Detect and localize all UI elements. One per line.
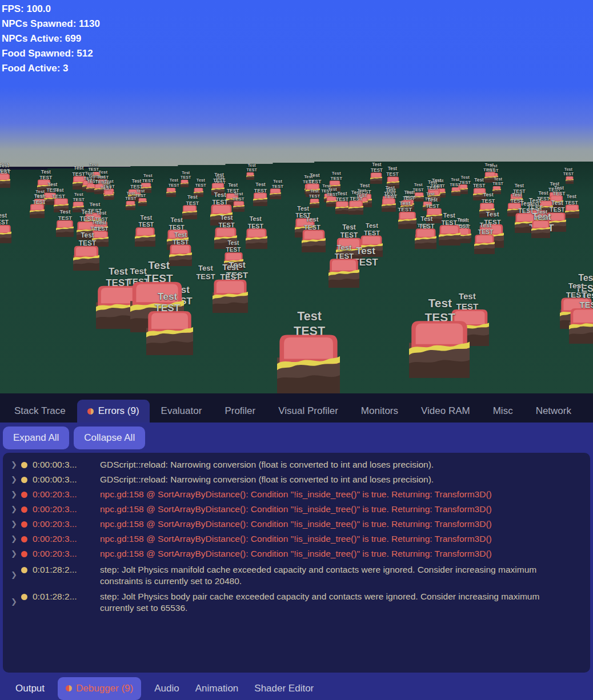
npc-burger-sprite bbox=[213, 277, 248, 313]
tab-errors-9[interactable]: Errors (9) bbox=[77, 400, 150, 423]
npc-burger-sprite bbox=[531, 219, 550, 238]
error-row[interactable]: ❯0:00:20:3...npc.gd:158 @ SortArrayByDis… bbox=[3, 546, 590, 561]
npc-burger-sprite bbox=[166, 187, 176, 197]
npc-burger-sprite bbox=[398, 211, 416, 229]
npc: TestTEST bbox=[565, 204, 579, 218]
tab-evaluator[interactable]: Evaluator bbox=[150, 400, 214, 423]
npc-burger-sprite bbox=[451, 187, 460, 196]
error-row[interactable]: ❯0:00:20:3...npc.gd:158 @ SortArrayByDis… bbox=[3, 532, 590, 546]
tab-label: Visual Profiler bbox=[278, 405, 338, 417]
npc-burger-sprite bbox=[270, 188, 281, 199]
tab-label: Evaluator bbox=[161, 405, 202, 417]
error-message-line: step: Jolt Physics manifold cache exceed… bbox=[100, 564, 590, 576]
npc: TestTEST bbox=[370, 172, 382, 184]
error-timestamp: 0:00:00:3... bbox=[33, 472, 92, 487]
tab-network[interactable]: Network bbox=[524, 400, 583, 423]
npc: TestTEST bbox=[138, 198, 147, 206]
expand-all-button[interactable]: Expand All bbox=[3, 427, 69, 449]
error-warning-dot-icon bbox=[66, 685, 72, 691]
error-row[interactable]: ❯0:01:28:2...step: Jolt Physics manifold… bbox=[3, 561, 590, 588]
hud-stat-line: Food Active: 3 bbox=[2, 61, 100, 76]
error-row[interactable]: ❯0:01:28:2...step: Jolt Physics body pai… bbox=[3, 588, 590, 615]
error-row[interactable]: ❯0:00:00:3...GDScript::reload: Narrowing… bbox=[3, 457, 590, 472]
npc-burger-sprite bbox=[73, 244, 99, 271]
error-timestamp: 0:00:20:3... bbox=[33, 517, 92, 532]
expand-chevron-icon[interactable]: ❯ bbox=[11, 517, 19, 532]
npc-burger-sprite bbox=[382, 198, 396, 212]
collapse-all-button[interactable]: Collapse All bbox=[74, 427, 145, 449]
npc: TestTEST bbox=[56, 219, 74, 237]
npc: TestTEST bbox=[398, 211, 416, 229]
error-message: npc.gd:158 @ SortArrayByDistance(): Cond… bbox=[100, 502, 590, 517]
npc-burger-sprite bbox=[138, 198, 147, 206]
tab-label: Stack Trace bbox=[14, 405, 66, 417]
bottom-bar-item-shader-editor[interactable]: Shader Editor bbox=[246, 677, 322, 700]
error-message: npc.gd:158 @ SortArrayByDistance(): Cond… bbox=[100, 487, 590, 502]
bottom-bar-item-label: Output bbox=[15, 683, 45, 694]
error-row[interactable]: ❯0:00:00:3...GDScript::reload: Narrowing… bbox=[3, 472, 590, 487]
npc: TestTEST bbox=[348, 200, 363, 215]
tab-profiler[interactable]: Profiler bbox=[213, 400, 267, 423]
error-row[interactable]: ❯0:00:20:3...npc.gd:158 @ SortArrayByDis… bbox=[3, 502, 590, 517]
tab-label: Profiler bbox=[225, 405, 255, 417]
error-timestamp: 0:00:00:3... bbox=[33, 457, 92, 472]
expand-chevron-icon[interactable]: ❯ bbox=[11, 487, 19, 502]
npc: TestTEST bbox=[213, 277, 248, 313]
npc: TestTEST bbox=[146, 308, 193, 355]
error-timestamp: 0:00:20:3... bbox=[33, 532, 92, 546]
tab-monitors[interactable]: Monitors bbox=[350, 400, 410, 423]
error-row[interactable]: ❯0:00:20:3...npc.gd:158 @ SortArrayByDis… bbox=[3, 487, 590, 502]
error-message-line: currently set to 65536. bbox=[100, 602, 590, 614]
expand-chevron-icon[interactable]: ❯ bbox=[11, 532, 19, 546]
tab-label: Video RAM bbox=[421, 405, 470, 417]
bottom-bar-item-audio[interactable]: Audio bbox=[146, 677, 187, 700]
npc-burger-sprite bbox=[126, 200, 135, 210]
editor-bottom-bar: OutputDebugger (9)AudioAnimationShader E… bbox=[0, 677, 593, 700]
npc-burger-sprite bbox=[0, 224, 11, 243]
tab-stack-trace[interactable]: Stack Trace bbox=[3, 400, 77, 423]
bottom-bar-item-label: Audio bbox=[154, 683, 179, 694]
tab-video-ram[interactable]: Video RAM bbox=[410, 400, 482, 423]
npc-burger-sprite bbox=[0, 173, 10, 188]
game-viewport[interactable]: TestTESTTestTESTTestTESTTestTESTTestTEST… bbox=[0, 0, 593, 393]
npc-burger-sprite bbox=[246, 227, 267, 249]
error-message: GDScript::reload: Narrowing conversion (… bbox=[100, 457, 590, 472]
expand-chevron-icon[interactable]: ❯ bbox=[11, 472, 19, 487]
npc: TestTEST bbox=[73, 244, 99, 271]
npc: TestTEST bbox=[415, 227, 436, 249]
tab-label: Errors (9) bbox=[98, 405, 139, 417]
npc: TestTEST bbox=[104, 190, 114, 200]
npc: TestTEST bbox=[0, 173, 10, 188]
error-message-line: constraints is currently set to 20480. bbox=[100, 576, 590, 587]
error-message: npc.gd:158 @ SortArrayByDistance(): Cond… bbox=[100, 517, 590, 532]
npc-burger-sprite bbox=[335, 200, 349, 214]
error-row[interactable]: ❯0:00:20:3...npc.gd:158 @ SortArrayByDis… bbox=[3, 517, 590, 532]
bottom-bar-item-animation[interactable]: Animation bbox=[187, 677, 247, 700]
tab-misc[interactable]: Misc bbox=[482, 400, 524, 423]
tab-visual-profiler[interactable]: Visual Profiler bbox=[267, 400, 350, 423]
error-message-line: GDScript::reload: Narrowing conversion (… bbox=[100, 457, 590, 472]
npc-burger-sprite bbox=[565, 204, 579, 218]
error-timestamp: 0:00:20:3... bbox=[33, 546, 92, 561]
errors-toolbar: Expand All Collapse All bbox=[0, 423, 593, 453]
npc-burger-sprite bbox=[104, 190, 114, 200]
expand-chevron-icon[interactable]: ❯ bbox=[11, 502, 19, 517]
bottom-bar-item-label: Debugger (9) bbox=[76, 683, 133, 694]
error-dot-icon bbox=[21, 492, 27, 498]
npc-burger-sprite bbox=[302, 228, 326, 252]
error-list: ❯0:00:00:3...GDScript::reload: Narrowing… bbox=[3, 457, 590, 615]
bottom-bar-item-output[interactable]: Output bbox=[7, 677, 53, 700]
npc-burger-sprite bbox=[233, 200, 245, 212]
expand-chevron-icon[interactable]: ❯ bbox=[11, 596, 19, 608]
tab-label: Monitors bbox=[361, 405, 398, 417]
expand-chevron-icon[interactable]: ❯ bbox=[11, 546, 19, 561]
bottom-bar-item-debugger-9[interactable]: Debugger (9) bbox=[58, 677, 141, 700]
expand-chevron-icon[interactable]: ❯ bbox=[11, 457, 19, 472]
npc-burger-sprite bbox=[30, 203, 45, 218]
npc-burger-sprite bbox=[370, 172, 382, 184]
npc: TestTEST bbox=[246, 172, 254, 180]
expand-chevron-icon[interactable]: ❯ bbox=[11, 569, 19, 581]
warning-dot-icon bbox=[21, 567, 27, 573]
error-message-line: npc.gd:158 @ SortArrayByDistance(): Cond… bbox=[100, 502, 590, 517]
npc: TestTEST bbox=[328, 257, 359, 288]
